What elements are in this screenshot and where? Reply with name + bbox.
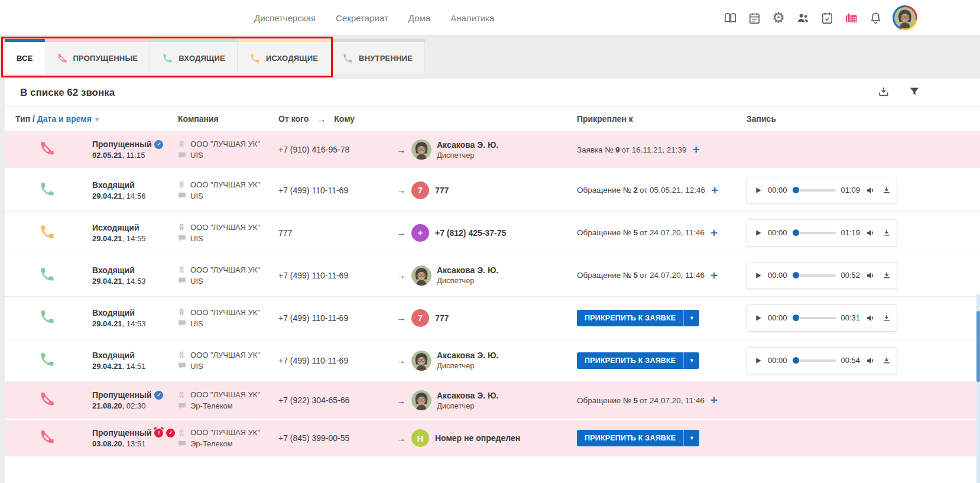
slider-thumb[interactable] [793,357,799,364]
play-button[interactable] [754,228,762,238]
volume-button[interactable] [865,313,876,323]
list-title: В списке 62 звонка [20,87,115,99]
download-record-button[interactable] [881,228,892,238]
attach-link: Обращение № 5 от 24.07.20, 11:46 + [577,395,747,406]
phone-icon [342,53,353,64]
play-button[interactable] [754,271,762,280]
building-icon [178,429,186,437]
slider-thumb[interactable] [793,272,799,278]
sort-by-date-link[interactable]: Дата и время [37,114,92,124]
attach-to-ticket-button[interactable]: ПРИКРЕПИТЬ К ЗАЯВКЕ ▼ [577,310,699,326]
filter-button[interactable] [908,85,921,101]
slider-track[interactable] [799,359,836,362]
sort-caret-icon[interactable]: ▼ [94,116,100,123]
arrow-icon: → [397,313,411,323]
contact-avatar [411,390,431,410]
calendar-icon[interactable] [747,11,761,25]
slider-track[interactable] [799,232,836,234]
call-time: , 14:56 [122,192,146,200]
column-record-label: Запись [747,114,980,124]
slider-track[interactable] [799,274,836,277]
nav-item[interactable]: Диспетчерская [254,13,316,23]
fax-icon[interactable] [844,11,858,25]
users-icon[interactable] [796,11,810,25]
book-icon[interactable] [723,11,737,25]
attach-plus-icon[interactable]: + [710,228,718,238]
current-time: 00:00 [768,313,787,322]
from-number: +7 (845) 399-00-55 [278,433,397,443]
slider-track[interactable] [799,189,836,192]
nav-item[interactable]: Секретариат [336,13,388,23]
chat-icon [178,362,186,370]
scrollbar-thumb[interactable] [976,311,980,382]
call-time: , 13:51 [122,439,146,448]
tab[interactable]: ВХОДЯЩИЕ [150,39,238,74]
tab[interactable]: ВНУТРЕННИЕ [330,39,425,74]
attach-plus-icon[interactable]: + [710,270,718,281]
user-avatar[interactable] [893,5,917,30]
attach-caret-icon[interactable]: ▼ [683,352,699,369]
red-check-badge-icon: ✓ [166,429,175,437]
play-button[interactable] [754,313,762,323]
attach-to-ticket-button[interactable]: ПРИКРЕПИТЬ К ЗАЯВКЕ ▼ [577,430,699,446]
slider-thumb[interactable] [793,187,799,193]
attach-plus-icon[interactable]: + [710,395,718,406]
seek-slider[interactable] [793,272,836,278]
company-name: ООО "ЛУЧШАЯ УК" [190,428,260,437]
building-icon [178,265,186,274]
from-number: +7 (499) 110-11-69 [278,186,397,195]
seek-slider[interactable] [793,357,836,364]
call-type-label: Пропущенный [92,390,151,400]
seek-slider[interactable] [793,229,836,236]
table-row: Входящий ✓ ! ✓ 29.04.21, 14:53 [5,254,980,297]
contact-name: Аксакова Э. Ю. [437,351,498,360]
nav-item[interactable]: Аналитика [450,13,494,23]
contact-initial-avatar: 7 [411,181,429,199]
arrow-icon: → [397,145,411,155]
building-icon [178,223,186,231]
slider-thumb[interactable] [793,315,799,321]
call-date: 02.05.21 [92,151,122,160]
download-record-button[interactable] [881,313,892,323]
slider-thumb[interactable] [793,229,799,236]
contact-initial-avatar: 7 [411,309,429,327]
download-record-button[interactable] [881,185,892,196]
tab[interactable]: ПРОПУЩЕННЫЕ [45,39,151,74]
tab[interactable]: ВСЕ [5,39,45,74]
attach-caret-icon[interactable]: ▼ [683,430,699,446]
seek-slider[interactable] [793,187,836,193]
settings-icon[interactable]: ⚙ [771,11,786,25]
play-button[interactable] [754,356,762,365]
arrow-icon: → [397,433,411,443]
attach-to-ticket-button[interactable]: ПРИКРЕПИТЬ К ЗАЯВКЕ ▼ [577,352,699,369]
volume-button[interactable] [865,355,876,366]
download-record-button[interactable] [881,355,892,366]
building-icon [178,140,186,148]
contact-role: Диспетчер [437,276,498,285]
tab-label: ВСЕ [17,54,33,63]
download-record-button[interactable] [881,270,892,281]
volume-button[interactable] [865,270,876,281]
nav-item[interactable]: Дома [408,13,430,23]
tasks-icon[interactable] [820,11,834,25]
company-operator: UIS [190,319,203,328]
contact-name: Аксакова Э. Ю. [437,391,498,400]
seek-slider[interactable] [793,315,836,321]
table-row: Пропущенный ✓ ! ✓ 02.05.21, 11:15 [5,131,980,169]
company-operator: UIS [190,362,203,371]
attach-plus-icon[interactable]: + [693,144,700,155]
company-operator: UIS [190,192,203,200]
slider-track[interactable] [799,317,836,319]
volume-button[interactable] [865,228,876,238]
export-download-button[interactable] [877,85,890,101]
call-date: 29.04.21 [92,277,122,286]
chat-icon [178,277,186,285]
attach-caret-icon[interactable]: ▼ [683,310,699,326]
play-button[interactable] [754,186,762,195]
attach-plus-icon[interactable]: + [711,185,718,196]
volume-button[interactable] [865,185,876,196]
bell-icon[interactable] [868,11,882,25]
scrollbar[interactable] [976,294,980,483]
tabs-bar: ВСЕ ПРОПУЩЕННЫЕ [5,35,980,74]
tab[interactable]: ИСХОДЯЩИЕ [238,39,330,74]
